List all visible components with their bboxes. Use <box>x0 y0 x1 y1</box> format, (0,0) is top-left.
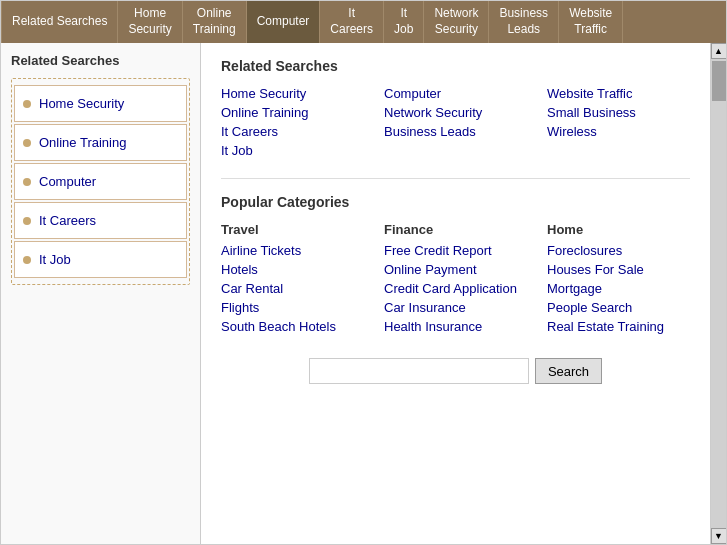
travel-column: Travel Airline Tickets Hotels Car Rental… <box>221 222 364 338</box>
link-free-credit-report[interactable]: Free Credit Report <box>384 243 527 258</box>
main-content: Related Searches Home Security Online Tr… <box>201 43 710 544</box>
scrollbar[interactable]: ▲ ▼ <box>710 43 726 544</box>
link-houses-for-sale[interactable]: Houses For Sale <box>547 262 690 277</box>
scroll-up-button[interactable]: ▲ <box>711 43 727 59</box>
nav-computer[interactable]: Computer <box>247 1 321 43</box>
sidebar-label: Computer <box>39 174 96 189</box>
bullet-icon <box>23 139 31 147</box>
link-business-leads[interactable]: Business Leads <box>384 124 476 139</box>
sidebar-label: It Job <box>39 252 71 267</box>
link-it-job[interactable]: It Job <box>221 143 253 158</box>
travel-heading: Travel <box>221 222 364 237</box>
link-website-traffic[interactable]: Website Traffic <box>547 86 633 101</box>
link-mortgage[interactable]: Mortgage <box>547 281 690 296</box>
link-home-security[interactable]: Home Security <box>221 86 306 101</box>
popular-categories-heading: Popular Categories <box>221 194 690 210</box>
link-it-careers[interactable]: It Careers <box>221 124 278 139</box>
sidebar-item-computer[interactable]: Computer <box>14 163 187 200</box>
link-computer[interactable]: Computer <box>384 86 441 101</box>
link-airline-tickets[interactable]: Airline Tickets <box>221 243 364 258</box>
nav-online-training[interactable]: OnlineTraining <box>183 1 247 43</box>
link-network-security[interactable]: Network Security <box>384 105 482 120</box>
popular-categories-section: Popular Categories Travel Airline Ticket… <box>221 194 690 338</box>
link-credit-card-application[interactable]: Credit Card Application <box>384 281 527 296</box>
search-button[interactable]: Search <box>535 358 602 384</box>
sidebar-item-it-job[interactable]: It Job <box>14 241 187 278</box>
bullet-icon <box>23 217 31 225</box>
sidebar-label: It Careers <box>39 213 96 228</box>
categories-grid: Travel Airline Tickets Hotels Car Rental… <box>221 222 690 338</box>
link-flights[interactable]: Flights <box>221 300 364 315</box>
home-column: Home Foreclosures Houses For Sale Mortga… <box>547 222 690 338</box>
nav-it-job[interactable]: ItJob <box>384 1 424 43</box>
scroll-thumb[interactable] <box>712 61 726 101</box>
bullet-icon <box>23 178 31 186</box>
related-col-1: Computer Network Security Business Leads <box>384 86 527 158</box>
nav-network-security[interactable]: NetworkSecurity <box>424 1 489 43</box>
finance-heading: Finance <box>384 222 527 237</box>
link-real-estate-training[interactable]: Real Estate Training <box>547 319 690 334</box>
search-bar: Search <box>221 338 690 404</box>
link-car-rental[interactable]: Car Rental <box>221 281 364 296</box>
scroll-track <box>711 59 726 528</box>
related-searches-section: Related Searches Home Security Online Tr… <box>221 58 690 158</box>
nav-it-careers[interactable]: ItCareers <box>320 1 384 43</box>
link-online-payment[interactable]: Online Payment <box>384 262 527 277</box>
bullet-icon <box>23 100 31 108</box>
sidebar-list: Home Security Online Training Computer I… <box>11 78 190 285</box>
sidebar-item-home-security[interactable]: Home Security <box>14 85 187 122</box>
related-searches-grid: Home Security Online Training It Careers… <box>221 86 690 158</box>
scroll-down-button[interactable]: ▼ <box>711 528 727 544</box>
related-searches-heading: Related Searches <box>221 58 690 74</box>
bullet-icon <box>23 256 31 264</box>
link-small-business[interactable]: Small Business <box>547 105 636 120</box>
nav-website-traffic[interactable]: WebsiteTraffic <box>559 1 623 43</box>
sidebar-item-online-training[interactable]: Online Training <box>14 124 187 161</box>
link-hotels[interactable]: Hotels <box>221 262 364 277</box>
link-south-beach-hotels[interactable]: South Beach Hotels <box>221 319 364 334</box>
sidebar-label: Online Training <box>39 135 126 150</box>
search-input[interactable] <box>309 358 529 384</box>
nav-related-searches[interactable]: Related Searches <box>1 1 118 43</box>
related-col-0: Home Security Online Training It Careers… <box>221 86 364 158</box>
sidebar-title: Related Searches <box>11 53 190 68</box>
link-health-insurance[interactable]: Health Insurance <box>384 319 527 334</box>
link-foreclosures[interactable]: Foreclosures <box>547 243 690 258</box>
sidebar: Related Searches Home Security Online Tr… <box>1 43 201 544</box>
nav-business-leads[interactable]: BusinessLeads <box>489 1 559 43</box>
sidebar-item-it-careers[interactable]: It Careers <box>14 202 187 239</box>
related-col-2: Website Traffic Small Business Wireless <box>547 86 690 158</box>
link-online-training[interactable]: Online Training <box>221 105 308 120</box>
top-navigation: Related Searches HomeSecurity OnlineTrai… <box>1 1 726 43</box>
link-car-insurance[interactable]: Car Insurance <box>384 300 527 315</box>
home-heading: Home <box>547 222 690 237</box>
finance-column: Finance Free Credit Report Online Paymen… <box>384 222 527 338</box>
section-divider <box>221 178 690 179</box>
link-wireless[interactable]: Wireless <box>547 124 597 139</box>
link-people-search[interactable]: People Search <box>547 300 690 315</box>
nav-home-security[interactable]: HomeSecurity <box>118 1 182 43</box>
sidebar-label: Home Security <box>39 96 124 111</box>
